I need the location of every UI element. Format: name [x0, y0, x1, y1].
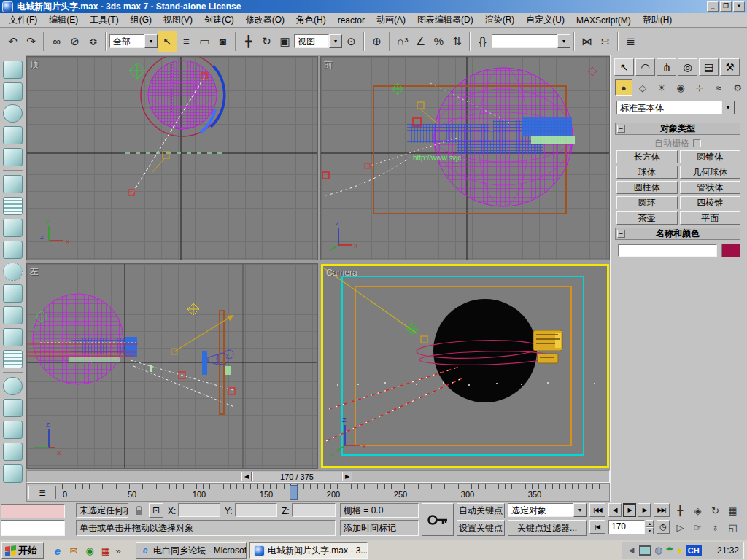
pivot-icon[interactable] — [3, 241, 23, 259]
category-systems[interactable]: ⚙ — [729, 79, 746, 96]
collapse-icon[interactable]: − — [617, 230, 625, 238]
pan-button[interactable]: ☞ — [690, 520, 705, 534]
links-icon[interactable] — [3, 443, 23, 461]
movie-quicklaunch-icon[interactable]: ▦ — [99, 544, 112, 557]
hinge-icon[interactable] — [3, 328, 23, 346]
track-bar[interactable]: ≣ 0 50 100 150 200 250 300 350 — [26, 483, 610, 502]
frame-ruler[interactable] — [62, 484, 602, 489]
object-name-field[interactable] — [618, 244, 717, 257]
coord-system-combo[interactable]: 视图 ▾ — [294, 34, 342, 48]
viewport-left[interactable]: 左 — [27, 264, 317, 468]
tab-create[interactable]: ↖ — [614, 58, 634, 76]
key-filters-button[interactable]: 关键点过滤器... — [508, 520, 587, 536]
start-button[interactable]: 开始 — [1, 542, 44, 559]
viewport-front-scene[interactable]: http://www.svjc... X Z — [321, 57, 609, 260]
zoom-extents-all-button[interactable]: ▦ — [725, 503, 740, 518]
crossing-region-button[interactable]: ◙ — [214, 31, 232, 52]
knife-icon[interactable] — [3, 219, 23, 237]
category-geometry[interactable]: ● — [615, 79, 632, 96]
box-button[interactable]: 长方体 — [616, 150, 678, 163]
category-cameras[interactable]: ◉ — [672, 79, 689, 96]
menu-tools[interactable]: 工具(T) — [84, 12, 124, 28]
menu-maxscript[interactable]: MAXScript(M) — [570, 14, 637, 27]
viewport-front-label[interactable]: 前 — [324, 58, 333, 71]
spintop-icon[interactable] — [3, 126, 23, 144]
play-button[interactable]: ▶ — [623, 503, 636, 517]
geosphere-button[interactable]: 几何球体 — [680, 166, 741, 179]
time-configuration-button[interactable]: ◷ — [657, 520, 670, 534]
knot-icon[interactable] — [3, 377, 23, 395]
chevron-down-icon[interactable]: ▾ — [573, 503, 587, 517]
ball-icon[interactable] — [3, 104, 23, 122]
menu-reactor[interactable]: reactor — [332, 14, 371, 27]
tab-motion[interactable]: ◎ — [678, 58, 697, 76]
teapot-button[interactable]: 茶壶 — [616, 211, 678, 225]
input-method-indicator[interactable]: CH — [686, 545, 702, 556]
rollout-object-type[interactable]: − 对象类型 — [615, 122, 740, 135]
rotate-button[interactable]: ↻ — [258, 31, 276, 52]
angle-snap-button[interactable]: ∠ — [411, 31, 430, 52]
collapse-icon[interactable]: − — [617, 125, 625, 133]
snap-toggle-button[interactable]: ∩³ — [393, 31, 411, 52]
viewport-left-scene[interactable]: Z X — [27, 264, 317, 468]
percent-snap-button[interactable]: % — [430, 31, 448, 52]
bind-spacewarp-button[interactable]: ≎ — [84, 31, 102, 52]
network-monitor-icon[interactable] — [639, 545, 651, 556]
align-button[interactable]: ∺ — [596, 31, 614, 52]
dolly-camera-button[interactable]: ╂ — [673, 503, 688, 518]
plane-button[interactable]: 平面 — [680, 211, 741, 225]
category-helpers[interactable]: ⊹ — [691, 79, 708, 96]
link-button[interactable]: ∞ — [47, 31, 66, 52]
lamp-icon[interactable] — [3, 284, 23, 303]
menu-character[interactable]: 角色(H) — [290, 12, 332, 28]
maxscript-mini-listener-white[interactable] — [1, 520, 65, 536]
springs-icon[interactable] — [3, 197, 23, 215]
frame-spinner[interactable]: ▴ ▾ — [646, 520, 654, 534]
select-manipulate-button[interactable]: ⊕ — [368, 31, 386, 52]
absolute-offset-toggle[interactable]: ⊡ — [149, 503, 163, 518]
viewport-top-label[interactable]: 顶 — [30, 58, 39, 71]
select-object-button[interactable]: ↖ — [158, 31, 177, 52]
use-pivot-center-button[interactable]: ⊙ — [342, 31, 360, 52]
tube-button[interactable]: 管状体 — [680, 181, 741, 194]
category-spacewarps[interactable]: ≈ — [710, 79, 727, 96]
spin-up-icon[interactable]: ▴ — [646, 520, 654, 527]
minimize-button[interactable]: _ — [707, 1, 719, 12]
taskbar-task-browser[interactable]: e 电白同乡论坛 - Microsof... — [136, 542, 247, 559]
taskbar-task-3dsmax[interactable]: 电城新闻片头字.max - 3... — [249, 542, 368, 559]
pyramid-button[interactable]: 四棱锥 — [680, 196, 741, 209]
menu-help[interactable]: 帮助(H) — [637, 12, 678, 28]
door-icon[interactable] — [3, 421, 23, 439]
select-by-name-button[interactable]: ≡ — [177, 31, 196, 52]
chevron-down-icon[interactable]: ▾ — [557, 34, 570, 48]
star-icon[interactable] — [3, 148, 23, 166]
restore-button[interactable]: ❐ — [720, 1, 732, 12]
x-coordinate-field[interactable] — [178, 503, 220, 517]
menu-edit[interactable]: 编辑(E) — [43, 12, 84, 28]
undo-button[interactable]: ↶ — [4, 31, 22, 52]
auto-key-button[interactable]: 自动关键点 — [457, 503, 505, 518]
waves-icon[interactable] — [3, 350, 23, 368]
layer-manager-button[interactable]: ≣ — [622, 31, 640, 52]
chevron-down-icon[interactable]: ▾ — [721, 101, 735, 114]
zoom-extents-button[interactable]: ◈ — [690, 503, 705, 518]
gear-icon[interactable] — [3, 262, 23, 281]
slider-prev-icon[interactable]: ◀ — [241, 472, 252, 481]
set-key-button[interactable]: 设置关键点 — [457, 520, 505, 536]
time-slider-button[interactable]: 170 / 375 — [252, 472, 341, 481]
current-frame-field[interactable]: 170 — [608, 520, 645, 534]
autogrid-checkbox[interactable] — [693, 139, 701, 147]
selection-lock-button[interactable] — [131, 503, 146, 518]
viewport-camera-label[interactable]: Camera — [326, 268, 357, 278]
menu-rendering[interactable]: 渲染(R) — [479, 12, 521, 28]
cubes-icon[interactable] — [3, 61, 23, 79]
key-mode-toggle-button[interactable]: |◀| — [589, 520, 605, 534]
close-button[interactable]: × — [733, 1, 745, 12]
viewport-camera[interactable]: Camera — [321, 264, 609, 468]
mail-quicklaunch-icon[interactable]: ✉ — [67, 544, 80, 557]
y-coordinate-field[interactable] — [235, 503, 277, 517]
viewport-top-scene[interactable]: X Y Z — [27, 57, 317, 260]
ie-quicklaunch-icon[interactable]: e — [51, 544, 64, 557]
media-quicklaunch-icon[interactable]: ◉ — [83, 544, 96, 557]
previous-frame-button[interactable]: ◀| — [608, 503, 622, 517]
